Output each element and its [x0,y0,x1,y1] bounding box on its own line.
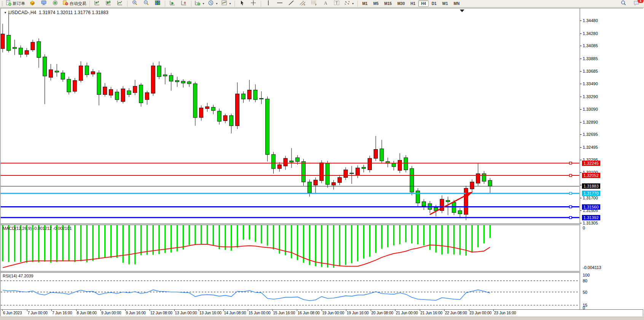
price-tick-label: 1.34480 [583,18,598,23]
new-order-button[interactable]: 新订单 [5,0,26,8]
candlestick-chart-type-button[interactable] [103,0,114,8]
cursor-arrow-icon [239,0,245,7]
timeframe-m30-button[interactable]: M30 [395,0,407,7]
zoom-in-button[interactable] [129,0,140,8]
bar-chart-type-button[interactable] [92,0,102,8]
timeframe-m15-button[interactable]: M15 [382,0,394,7]
text-button[interactable]: A [320,0,331,8]
text-label-button[interactable]: T [332,0,342,8]
notification-badge: 1 [638,0,644,3]
bar-chart-icon [94,0,100,7]
ohlc-values: 1.31974 1.32011 1.31776 1.31883 [39,10,108,15]
toolbar-separator [234,1,235,7]
time-axis[interactable]: 6 Jun 20237 Jun 00:007 Jun 16:008 Jun 08… [1,309,643,316]
timeframe-d1-button[interactable]: D1 [429,0,439,7]
timeframe-h4-button[interactable]: H4 [418,0,429,7]
price-tick-mark [580,122,582,123]
crosshair-button[interactable] [248,0,259,8]
connection-button[interactable] [50,0,61,8]
auto-scroll-button[interactable] [167,0,178,8]
time-tick-label: 9 Jun 00:00 [101,311,121,315]
chart-canvas[interactable] [1,8,580,309]
price-tick-mark [580,185,582,185]
timeframe-group: M1M5M15M30H1H4D1W1MN [360,0,462,7]
indicators-icon [194,0,201,7]
template-icon [221,0,227,7]
terminal-icon [41,0,47,7]
price-tick-label: 1.31305 [583,221,598,225]
terminal-button[interactable] [38,0,49,8]
level-price-label: 1.32052 [582,173,600,178]
auto-trading-button[interactable]: 自动交易 [61,0,88,8]
gold-cube-button[interactable] [27,0,38,8]
chart-shift-button[interactable] [179,0,189,8]
chevron-down-icon: ▼ [202,2,205,5]
timeframe-w1-button[interactable]: W1 [440,0,451,7]
time-tick-label: 19 Jun 00:00 [322,311,344,315]
chevron-down-icon: ▼ [352,2,354,5]
price-tick-label: 1.32890 [583,120,598,124]
level-price-label: 1.32245 [582,161,600,166]
time-tick-mark [469,310,469,311]
zoom-out-button[interactable] [141,0,151,8]
text-label-icon: T [333,0,340,7]
new-order-label: 新订单 [13,1,25,6]
price-tick-mark [580,223,582,223]
price-tick-label: 1.33685 [583,69,598,73]
rsi-indicator-label: RSI(14) 47.2039 [3,274,33,278]
rsi-axis-label: 100 [583,273,590,277]
time-tick-label: 7 Jun 16:00 [52,311,72,315]
chevron-down-icon: ▼ [215,2,218,5]
macd-axis-min: -0.004113 [583,265,601,270]
rsi-axis-label: 80 [583,279,587,283]
horizontal-line-button[interactable] [274,0,285,8]
search-button[interactable] [618,0,629,8]
time-tick-label: 13 Jun 00:00 [175,311,197,315]
horizontal-line-icon [277,0,283,7]
auto-trading-label: 自动交易 [70,1,86,6]
time-tick-mark [125,310,126,311]
price-tick-mark [580,198,582,198]
equidistant-channel-button[interactable]: E [297,0,308,8]
trendline-button[interactable] [286,0,296,8]
time-tick-label: 21 Jun 00:00 [396,311,418,315]
macd-axis-zero: 0 [583,226,585,230]
arrows-button[interactable]: ▼ [343,0,355,8]
timeframe-m1-button[interactable]: M1 [360,0,370,7]
time-tick-label: 15 Jun 16:00 [273,311,295,315]
price-tick-label: 1.34085 [583,43,598,48]
toolbar-grip[interactable] [2,1,3,6]
timeframe-mn-button[interactable]: MN [451,0,462,7]
svg-text:E: E [304,3,305,6]
collapse-triangle-icon: ▼ [4,11,7,14]
line-chart-type-button[interactable] [115,0,125,8]
fibonacci-button[interactable]: F [309,0,319,8]
price-tick-mark [580,21,582,21]
vertical-line-button[interactable] [263,0,274,8]
price-axis[interactable]: 1.344801.342801.340851.338851.336851.334… [580,8,643,309]
zoom-in-icon [132,0,138,7]
time-tick-mark [420,310,420,311]
symbol-period-label: USDCAD-,H4 [8,10,36,15]
new-order-icon [6,0,11,7]
price-tick-mark [580,97,582,97]
templates-button[interactable]: ▼ [220,0,233,8]
timeframe-m5-button[interactable]: M5 [371,0,381,7]
price-tick-mark [580,33,582,34]
indicators-button[interactable]: ▼ [193,0,206,8]
cursor-button[interactable] [237,0,247,8]
svg-text:F: F [315,3,317,6]
tile-windows-button[interactable] [152,0,163,8]
time-tick-label: 7 Jun 00:00 [28,311,48,315]
price-tick-label: 1.33885 [583,56,598,61]
macd-indicator-label: MACD(12,26,9) -0.001212 -0.002101 [3,226,72,231]
time-tick-label: 21 Jun 16:00 [421,311,443,315]
periods-button[interactable]: ▼ [207,0,219,8]
price-tick-label: 1.34280 [583,31,598,36]
notifications-button[interactable]: 1 [631,0,642,8]
time-tick-mark [100,310,101,311]
timeframe-h1-button[interactable]: H1 [408,0,418,7]
time-tick-mark [444,310,445,311]
price-tick-mark [580,46,582,46]
toolbar-separator [165,1,165,7]
